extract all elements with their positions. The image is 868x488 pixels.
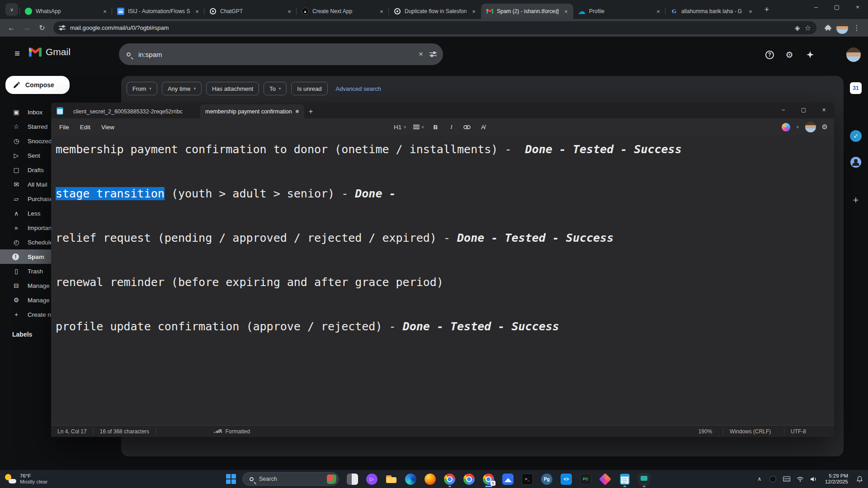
notifications-bell-icon[interactable] xyxy=(854,472,865,486)
close-tab-icon[interactable]: × xyxy=(747,8,754,15)
extensions-icon[interactable] xyxy=(821,21,835,35)
menu-file[interactable]: File xyxy=(54,124,75,131)
volume-icon[interactable] xyxy=(808,472,820,486)
menu-view[interactable]: View xyxy=(96,124,120,131)
filter-chip-has-attachment[interactable]: Has attachment xyxy=(206,82,259,95)
notepad-taskbar-icon[interactable] xyxy=(615,470,634,488)
encoding[interactable]: UTF-8 xyxy=(784,428,834,435)
gmail-logo[interactable]: Gmail xyxy=(29,47,71,57)
browser-profile-avatar[interactable] xyxy=(836,22,848,34)
browser-tab-salesforce-profile[interactable]: ☁ Profile × xyxy=(573,4,665,19)
advanced-search-link[interactable]: Advanced search xyxy=(336,85,381,92)
postgresql-icon[interactable]: Pg xyxy=(537,470,557,488)
taskbar-clock[interactable]: 5:29 PM 12/2/2025 xyxy=(821,473,852,485)
help-icon[interactable]: ? xyxy=(765,51,774,59)
heading-style-button[interactable]: H1∨ xyxy=(392,121,408,133)
search-options-icon[interactable] xyxy=(429,51,437,57)
close-icon[interactable]: × xyxy=(847,0,868,14)
minimize-icon[interactable]: – xyxy=(773,103,793,117)
filter-chip-any-time[interactable]: Any time▾ xyxy=(162,82,202,95)
contacts-icon[interactable] xyxy=(850,156,862,170)
filter-chip-from[interactable]: From▾ xyxy=(127,82,157,95)
url-text[interactable]: mail.google.com/mail/u/0/?ogbl#spam xyxy=(70,24,169,31)
tab-search-button[interactable]: ∨ xyxy=(5,3,18,16)
jetbrains-toolbox-icon[interactable] xyxy=(595,470,615,488)
vscode-icon[interactable]: <> xyxy=(557,470,576,488)
close-tab-icon[interactable]: × xyxy=(286,8,293,15)
forward-icon[interactable]: → xyxy=(20,21,33,35)
filter-chip-is-unread[interactable]: Is unread xyxy=(291,82,327,95)
maximize-icon[interactable]: ▢ xyxy=(826,0,847,14)
close-tab-icon[interactable]: × xyxy=(193,8,201,15)
menu-edit[interactable]: Edit xyxy=(75,124,96,131)
chevron-down-icon[interactable]: ∨ xyxy=(796,125,799,129)
browser-tab-chatgpt[interactable]: ChatGPT × xyxy=(204,4,297,19)
main-menu-icon[interactable]: ≡ xyxy=(11,48,24,59)
chrome-profile-2-icon[interactable] xyxy=(459,470,479,488)
minimize-icon[interactable]: – xyxy=(806,0,826,14)
close-tab-icon[interactable]: × xyxy=(101,8,108,15)
italic-button[interactable]: I xyxy=(445,121,457,133)
notepad-settings-gear-icon[interactable]: ⚙ xyxy=(822,123,828,131)
account-avatar[interactable] xyxy=(846,47,861,62)
copilot-icon[interactable] xyxy=(782,123,790,131)
insert-link-button[interactable] xyxy=(461,121,473,133)
close-icon[interactable]: × xyxy=(814,103,834,117)
widgets-icon[interactable] xyxy=(343,470,362,488)
filter-chip-to[interactable]: To▾ xyxy=(264,82,287,95)
search-icon[interactable] xyxy=(127,52,131,56)
wifi-icon[interactable] xyxy=(794,472,806,486)
google-apps-icon[interactable] xyxy=(826,49,836,60)
weather-widget[interactable]: 76°FMostly clear xyxy=(5,473,47,485)
start-button[interactable] xyxy=(223,471,239,487)
line-ending-type[interactable]: Windows (CRLF) xyxy=(723,428,784,435)
notepad-account-avatar[interactable] xyxy=(805,122,816,132)
night-light-icon[interactable] xyxy=(767,472,779,486)
notepad-editor[interactable]: membership payment confirmation to donor… xyxy=(51,136,834,425)
chrome-profile-1-icon[interactable] xyxy=(440,470,459,488)
close-tab-icon[interactable]: × xyxy=(655,8,662,15)
bookmark-star-icon[interactable]: ☆ xyxy=(805,23,811,32)
back-icon[interactable]: ← xyxy=(5,21,18,35)
browser-tab-google-search[interactable]: G allahumma barik laha - G × xyxy=(665,4,758,19)
browser-tab-salesforce-flow[interactable]: Duplicate flow in Salesforc × xyxy=(389,4,481,19)
remote-desktop-icon[interactable] xyxy=(634,470,654,488)
maximize-icon[interactable]: ▢ xyxy=(793,103,814,117)
site-info-icon[interactable] xyxy=(59,25,66,31)
browser-tab-gmail-spam[interactable]: Spam (2) - ishann.tforce@ × xyxy=(481,4,573,19)
close-tab-icon[interactable]: × xyxy=(378,8,385,15)
list-style-button[interactable]: ∨ xyxy=(412,121,426,133)
terminal-icon[interactable]: >_ xyxy=(518,470,537,488)
notepad-titlebar[interactable]: client_secret_2_60053885332-2reqe52rribc… xyxy=(51,103,834,118)
close-tab-icon[interactable]: × xyxy=(562,8,570,15)
get-add-ons-icon[interactable]: + xyxy=(853,194,859,206)
tracking-protection-icon[interactable]: ◈ xyxy=(795,24,800,32)
tasks-icon[interactable]: ✓ xyxy=(850,130,862,142)
touch-keyboard-icon[interactable] xyxy=(781,472,793,486)
bold-button[interactable]: B xyxy=(429,121,441,133)
notepad-tab-client-secret[interactable]: client_secret_2_60053885332-2reqe52rribc xyxy=(68,104,200,118)
address-bar[interactable]: mail.google.com/mail/u/0/?ogbl#spam ◈ ☆ xyxy=(53,21,816,34)
gemini-sparkle-icon[interactable] xyxy=(805,49,816,60)
new-tab-button[interactable]: + xyxy=(760,3,773,16)
edge-icon[interactable] xyxy=(401,470,420,488)
clear-formatting-button[interactable]: A̸ xyxy=(477,121,489,133)
notepad-tab-membership[interactable]: membership payment confirmation xyxy=(200,104,304,118)
browser-tab-isij[interactable]: ISIJ - Automation/Flows S × xyxy=(112,4,204,19)
clear-search-icon[interactable]: × xyxy=(419,50,423,59)
gmail-search-bar[interactable]: in:spam × xyxy=(119,43,443,65)
notepad-new-tab-button[interactable]: + xyxy=(309,108,313,116)
chrome-active-icon[interactable]: S xyxy=(479,470,498,488)
calendar-icon[interactable]: 31 xyxy=(850,82,862,94)
reload-icon[interactable]: ↻ xyxy=(35,21,49,35)
taskbar-search[interactable]: Search xyxy=(242,472,339,486)
photos-icon[interactable] xyxy=(498,470,518,488)
browser-tab-whatsapp[interactable]: WhatsApp × xyxy=(20,4,112,19)
compose-button[interactable]: Compose xyxy=(5,76,70,94)
browser-tab-next-app[interactable]: ▲ Create Next App × xyxy=(297,4,389,19)
tray-chevron-up-icon[interactable]: ∧ xyxy=(754,472,765,486)
pycharm-icon[interactable]: PC xyxy=(576,470,595,488)
search-highlight-image[interactable] xyxy=(327,474,336,484)
browser-menu-icon[interactable]: ⋮ xyxy=(850,21,863,35)
file-explorer-icon[interactable] xyxy=(382,470,401,488)
